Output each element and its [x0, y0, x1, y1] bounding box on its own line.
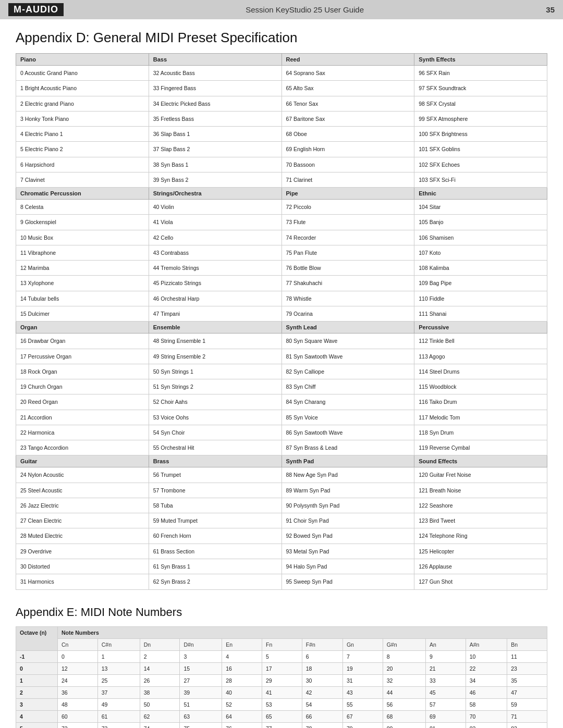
note-value: 30: [302, 674, 342, 686]
midi-item: 48 String Ensemble 1: [149, 334, 282, 349]
note-value: 15: [180, 662, 222, 674]
midi-item: 79 Ocarina: [282, 306, 414, 321]
midi-col-header: Sound Effects: [414, 455, 547, 467]
midi-item: 76 Bottle Blow: [282, 261, 414, 276]
midi-item: 119 Reverse Cymbal: [414, 440, 547, 455]
note-value: 2: [140, 650, 180, 662]
header-title: Session KeyStudio 25 User Guide: [64, 5, 546, 14]
note-value: 3: [180, 650, 222, 662]
midi-item: 13 Xylophone: [16, 276, 149, 291]
note-value: 21: [425, 662, 466, 674]
note-value: 83: [507, 722, 547, 728]
note-value: 14: [140, 662, 180, 674]
midi-item: 78 Whistle: [282, 291, 414, 306]
note-value: 4: [222, 650, 262, 662]
midi-item: 108 Kalimba: [414, 261, 547, 276]
midi-item: 23 Tango Accordion: [16, 440, 149, 455]
midi-item: 26 Jazz Electric: [16, 498, 149, 513]
midi-item: 2 Electric grand Piano: [16, 96, 149, 111]
note-value: 64: [222, 710, 262, 722]
midi-item: 12 Marimba: [16, 261, 149, 276]
note-value: 34: [466, 674, 507, 686]
midi-item: 121 Breath Noise: [414, 483, 547, 498]
midi-item: 82 Syn Calliope: [282, 364, 414, 379]
midi-col-header: Organ: [16, 322, 149, 334]
midi-item: 100 SFX Brightness: [414, 127, 547, 142]
midi-item: 5 Electric Piano 2: [16, 142, 149, 157]
appendix-d-title: Appendix D: General MIDI Preset Specific…: [16, 30, 547, 46]
note-value: 52: [222, 698, 262, 710]
midi-item: 18 Rock Organ: [16, 364, 149, 379]
midi-item: 104 Sitar: [414, 200, 547, 215]
midi-item: 35 Fretless Bass: [149, 111, 282, 126]
note-value: 70: [466, 710, 507, 722]
midi-item: 75 Pan Flute: [282, 245, 414, 260]
note-value: 29: [262, 674, 302, 686]
note-value: 8: [383, 650, 425, 662]
midi-item: 101 SFX Goblins: [414, 142, 547, 157]
note-value: 41: [262, 686, 302, 698]
midi-item: 53 Voice Oohs: [149, 410, 282, 425]
note-value: 13: [97, 662, 140, 674]
note-value: 54: [302, 698, 342, 710]
midi-item: 52 Choir Aahs: [149, 394, 282, 410]
midi-item: 95 Sweep Syn Pad: [282, 574, 414, 589]
midi-item: 56 Trumpet: [149, 467, 282, 483]
midi-item: 54 Syn Choir: [149, 425, 282, 440]
midi-item: 90 Polysynth Syn Pad: [282, 498, 414, 513]
midi-item: 110 Fiddle: [414, 291, 547, 306]
note-value: 56: [383, 698, 425, 710]
note-value: 1: [97, 650, 140, 662]
note-col-header: G#n: [383, 638, 425, 650]
midi-col-header: Reed: [282, 54, 414, 66]
note-col-header: Cn: [58, 638, 98, 650]
midi-col-header: Bass: [149, 54, 282, 66]
note-value: 27: [180, 674, 222, 686]
header: M-AUDIO Session KeyStudio 25 User Guide …: [0, 0, 563, 19]
octave-value: 3: [16, 698, 58, 710]
note-col-header: Bn: [507, 638, 547, 650]
note-value: 16: [222, 662, 262, 674]
note-value: 18: [302, 662, 342, 674]
note-value: 77: [262, 722, 302, 728]
midi-item: 59 Muted Trumpet: [149, 513, 282, 528]
midi-item: 29 Overdrive: [16, 544, 149, 559]
midi-item: 31 Harmonics: [16, 574, 149, 589]
note-value: 26: [140, 674, 180, 686]
midi-item: 85 Syn Voice: [282, 410, 414, 425]
note-value: 67: [342, 710, 383, 722]
midi-item: 105 Banjo: [414, 215, 547, 230]
note-value: 12: [58, 662, 98, 674]
note-value: 45: [425, 686, 466, 698]
midi-item: 92 Bowed Syn Pad: [282, 528, 414, 544]
midi-item: 11 Vibraphone: [16, 245, 149, 260]
midi-item: 116 Taiko Drum: [414, 394, 547, 410]
midi-item: 115 Woodblock: [414, 379, 547, 394]
note-value: 5: [262, 650, 302, 662]
midi-col-header: Ensemble: [149, 322, 282, 334]
note-value: 7: [342, 650, 383, 662]
note-value: 10: [466, 650, 507, 662]
octave-value: 5: [16, 722, 58, 728]
midi-item: 15 Dulcimer: [16, 306, 149, 321]
note-value: 49: [97, 698, 140, 710]
midi-item: 60 French Horn: [149, 528, 282, 544]
midi-item: 38 Syn Bass 1: [149, 157, 282, 172]
midi-col-header: Brass: [149, 455, 282, 467]
midi-item: 51 Syn Strings 2: [149, 379, 282, 394]
note-value: 53: [262, 698, 302, 710]
note-value: 39: [180, 686, 222, 698]
midi-item: 47 Timpani: [149, 306, 282, 321]
midi-item: 86 Syn Sawtooth Wave: [282, 425, 414, 440]
midi-item: 117 Melodic Tom: [414, 410, 547, 425]
midi-item: 96 SFX Rain: [414, 66, 547, 81]
midi-item: 1 Bright Acoustic Piano: [16, 81, 149, 96]
midi-item: 111 Shanai: [414, 306, 547, 321]
midi-item: 0 Acoustic Grand Piano: [16, 66, 149, 81]
midi-item: 74 Recorder: [282, 230, 414, 245]
midi-item: 81 Syn Sawtooth Wave: [282, 349, 414, 364]
midi-item: 88 New Age Syn Pad: [282, 467, 414, 483]
midi-item: 65 Alto Sax: [282, 81, 414, 96]
midi-item: 80 Syn Square Wave: [282, 334, 414, 349]
midi-item: 8 Celesta: [16, 200, 149, 215]
